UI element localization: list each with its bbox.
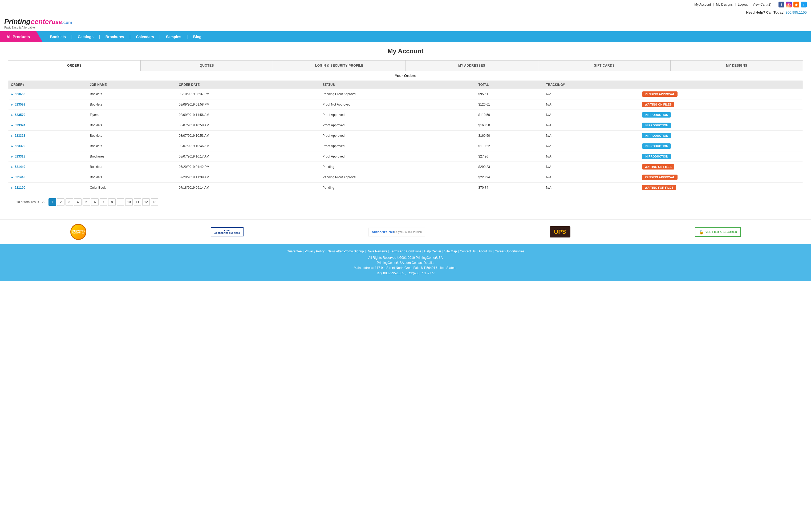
page-button[interactable]: 8 <box>108 198 116 206</box>
page-button[interactable]: 2 <box>57 198 64 206</box>
social-icons: f Ⓒ ◕ 𝕣 <box>779 2 807 7</box>
order-number-link[interactable]: 523579 <box>15 113 25 117</box>
order-number-link[interactable]: 523318 <box>15 155 25 158</box>
total-cell: $110.50 <box>476 110 544 120</box>
all-products-nav[interactable]: All Products <box>0 31 43 42</box>
instagram-icon[interactable]: Ⓒ <box>786 2 792 7</box>
tab-login-security[interactable]: LOGIN & SECURITY PROFILE <box>273 61 406 71</box>
status-badge: WAITING FOR FILES <box>642 185 676 190</box>
footer-link[interactable]: Guarantee <box>287 249 302 253</box>
status-badge: WAITING ON FILES <box>642 102 674 107</box>
total-cell: $126.61 <box>476 100 544 110</box>
rss-icon[interactable]: ◕ <box>793 2 799 7</box>
main-nav: All Products Booklets | Catalogs | Broch… <box>0 31 811 42</box>
logo[interactable]: Printing center usa .com Fast, Easy & Af… <box>4 18 72 29</box>
job-name-cell: Booklets <box>87 162 176 172</box>
table-row: ►523593 Booklets 08/09/2019 01:58 PM Pro… <box>8 100 803 110</box>
status-cell: Proof Approved <box>320 131 476 141</box>
col-tracking: TRACKING# <box>543 81 639 89</box>
footer-links: Guarantee | Privacy Policy | Newsletter/… <box>8 249 803 253</box>
footer-address: Main address: 117 9th Street North Great… <box>8 265 803 271</box>
order-number-link[interactable]: 523593 <box>15 103 25 106</box>
page-button[interactable]: 7 <box>100 198 107 206</box>
page-button[interactable]: 3 <box>65 198 73 206</box>
job-name-cell: Booklets <box>87 141 176 151</box>
tab-my-designs[interactable]: MY DESIGNS <box>671 61 803 71</box>
footer-link[interactable]: About Us <box>478 249 492 253</box>
phone-number[interactable]: 800.995.1155 <box>785 11 807 14</box>
my-designs-link[interactable]: My Designs <box>716 3 733 6</box>
view-cart-link[interactable]: View Cart (2) <box>753 3 771 6</box>
col-status: STATUS <box>320 81 476 89</box>
ups-badge: UPS <box>550 226 570 238</box>
nav-booklets[interactable]: Booklets <box>45 31 71 42</box>
page-button[interactable]: 12 <box>142 198 150 206</box>
footer-link[interactable]: Help Center <box>424 249 441 253</box>
order-date-cell: 08/07/2019 10:46 AM <box>176 141 320 151</box>
order-date-cell: 07/20/2019 01:42 PM <box>176 162 320 172</box>
footer-link[interactable]: Career Opportunities <box>495 249 524 253</box>
order-number-link[interactable]: 521448 <box>15 176 25 179</box>
order-number-link[interactable]: 523324 <box>15 123 25 127</box>
tracking-cell: N/A <box>543 131 639 141</box>
job-name-cell: Booklets <box>87 131 176 141</box>
page-button[interactable]: 10 <box>125 198 133 206</box>
row-arrow: ► <box>11 113 14 117</box>
twitter-icon[interactable]: 𝕣 <box>801 2 807 7</box>
pagination: 12345678910111213 <box>48 195 158 209</box>
col-order-date: ORDER DATE <box>176 81 320 89</box>
my-account-link[interactable]: My Account <box>694 3 711 6</box>
order-number-link[interactable]: 523323 <box>15 134 25 138</box>
footer-link[interactable]: Site Map <box>444 249 457 253</box>
status-badge: PENDING APPROVAL <box>642 91 677 97</box>
footer-tel: Tel:( 800) 995-1555 , Fax:(406) 771-7777 <box>8 271 803 276</box>
page-button[interactable]: 6 <box>91 198 98 206</box>
verified-text: VERIFIED & SECURED <box>705 230 737 233</box>
nav-brochures[interactable]: Brochures <box>100 31 129 42</box>
total-cell: $110.22 <box>476 141 544 151</box>
tab-orders[interactable]: ORDERS <box>8 61 141 71</box>
nav-blog[interactable]: Blog <box>188 31 207 42</box>
tab-gift-cards[interactable]: GIFT CARDS <box>538 61 671 71</box>
footer-copyright: All Rights Reserved ©2001-2019 PrintingC… <box>8 255 803 260</box>
col-order-num: ORDER# <box>8 81 87 89</box>
job-name-cell: Brochures <box>87 151 176 162</box>
tab-my-addresses[interactable]: MY ADDRESSES <box>406 61 538 71</box>
row-arrow: ► <box>11 176 14 179</box>
table-row: ►523323 Booklets 08/07/2019 10:53 AM Pro… <box>8 131 803 141</box>
order-number-link[interactable]: 521449 <box>15 165 25 169</box>
row-arrow: ► <box>11 93 14 96</box>
page-button[interactable]: 11 <box>134 198 141 206</box>
page-button[interactable]: 4 <box>74 198 81 206</box>
footer-link[interactable]: Privacy Policy <box>305 249 325 253</box>
order-number-link[interactable]: 521190 <box>15 186 25 189</box>
nav-calendars[interactable]: Calendars <box>131 31 159 42</box>
status-badge: WAITING ON FILES <box>642 164 674 169</box>
order-date-cell: 07/20/2019 11:39 AM <box>176 172 320 183</box>
footer-link[interactable]: Newsletter/Promo Signup <box>327 249 364 253</box>
total-cell: $70.74 <box>476 183 544 193</box>
nav-samples[interactable]: Samples <box>160 31 187 42</box>
status-badge: IN PRODUCTION <box>642 154 671 159</box>
footer-link[interactable]: Terms And Conditions <box>390 249 421 253</box>
tracking-cell: N/A <box>543 162 639 172</box>
page-button[interactable]: 1 <box>48 198 56 206</box>
tracking-cell: N/A <box>543 172 639 183</box>
page-button[interactable]: 9 <box>117 198 124 206</box>
page-button[interactable]: 5 <box>82 198 90 206</box>
table-row: ►521448 Booklets 07/20/2019 11:39 AM Pen… <box>8 172 803 183</box>
bbb-accredited: ACCREDITED BUSINESS <box>214 232 240 234</box>
order-number-link[interactable]: 523656 <box>15 92 25 96</box>
footer-link[interactable]: Rave Reviews <box>367 249 387 253</box>
orders-section-title: Your Orders <box>8 71 803 81</box>
logout-link[interactable]: Logout <box>738 3 748 6</box>
facebook-icon[interactable]: f <box>779 2 784 7</box>
col-action <box>639 81 803 89</box>
order-date-cell: 08/09/2019 01:58 PM <box>176 100 320 110</box>
order-number-link[interactable]: 523320 <box>15 144 25 148</box>
total-cell: $220.94 <box>476 172 544 183</box>
nav-catalogs[interactable]: Catalogs <box>73 31 99 42</box>
tab-quotes[interactable]: QUOTES <box>141 61 273 71</box>
footer-link[interactable]: Contact Us <box>460 249 476 253</box>
page-button[interactable]: 13 <box>151 198 158 206</box>
